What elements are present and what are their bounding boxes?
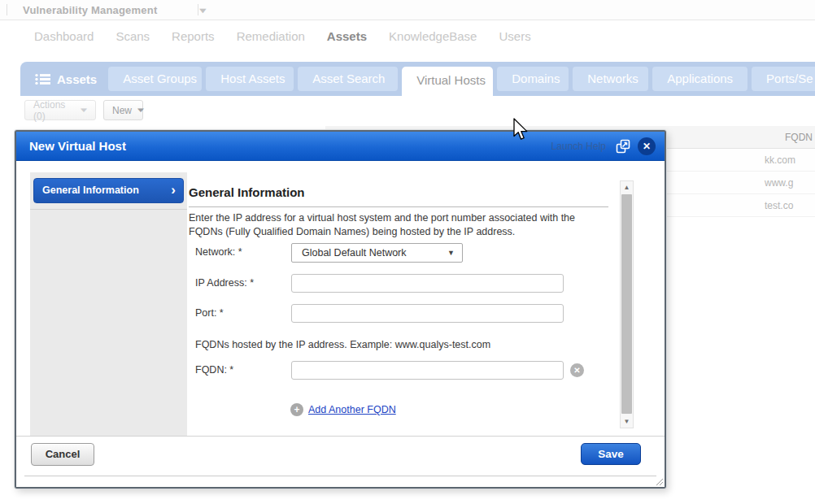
nav-item-users[interactable]: Users <box>499 29 530 43</box>
resize-grip[interactable] <box>656 479 663 485</box>
actions-label: Actions (0) <box>33 99 75 122</box>
nav-item-scans[interactable]: Scans <box>115 29 150 43</box>
dialog-title: New Virtual Host <box>29 139 126 153</box>
divider <box>7 4 7 15</box>
new-button[interactable]: New ▼ <box>103 100 143 120</box>
close-icon: ✕ <box>643 141 651 152</box>
remove-fqdn-button[interactable]: ✕ <box>570 363 584 377</box>
new-virtual-host-dialog: New Virtual Host Launch Help ✕ General I… <box>15 130 666 489</box>
tab-domains[interactable]: Domains <box>497 67 569 91</box>
tab-strip: Assets Asset Groups Host Assets Asset Se… <box>20 62 815 96</box>
divider <box>30 209 187 210</box>
dialog-sidebar: General Information › <box>30 172 187 436</box>
tab-host-assets[interactable]: Host Assets <box>206 67 294 91</box>
section-description: Enter the IP address for a virtual host … <box>189 211 608 239</box>
fqdn-note: FQDNs hosted by the IP address. Example:… <box>195 339 490 350</box>
divider <box>198 4 198 15</box>
add-fqdn-link[interactable]: + Add Another FQDN <box>290 403 396 416</box>
dialog-header: New Virtual Host Launch Help ✕ <box>16 132 665 161</box>
scroll-down-icon[interactable]: ▼ <box>621 418 633 425</box>
fqdn-input[interactable] <box>291 361 564 380</box>
scrollbar-thumb[interactable] <box>621 194 632 414</box>
network-select-value: Global Default Network <box>302 247 407 259</box>
sidebar-item-general-information[interactable]: General Information › <box>33 178 184 203</box>
chevron-right-icon: › <box>171 178 176 202</box>
cancel-button[interactable]: Cancel <box>31 443 94 466</box>
section-heading: General Information <box>189 185 608 207</box>
tab-asset-search[interactable]: Asset Search <box>298 67 398 91</box>
nav-item-knowledgebase[interactable]: KnowledgeBase <box>389 29 477 43</box>
save-button[interactable]: Save <box>581 443 641 465</box>
port-input[interactable] <box>291 304 564 323</box>
add-icon: + <box>290 403 303 416</box>
dialog-footer: Cancel Save <box>16 437 665 487</box>
tab-virtual-hosts[interactable]: Virtual Hosts <box>402 67 493 96</box>
dialog-body: General Information › General Informatio… <box>16 161 665 437</box>
main-nav: Dashboard Scans Reports Remediation Asse… <box>0 20 815 51</box>
scrollbar[interactable]: ▲ ▼ <box>620 180 634 428</box>
fqdn-cell: kk.com <box>765 154 795 166</box>
ip-address-label: IP Address: * <box>195 277 254 289</box>
ip-address-input[interactable] <box>291 274 564 293</box>
nav-item-assets[interactable]: Assets <box>327 29 367 43</box>
select-arrow-icon: ▼ <box>447 244 455 262</box>
port-label: Port: * <box>195 307 224 319</box>
fqdn-cell: www.g <box>765 177 793 189</box>
network-label: Network: * <box>195 246 242 258</box>
tab-asset-groups[interactable]: Asset Groups <box>108 67 202 91</box>
tab-ports-services[interactable]: Ports/Se <box>752 67 815 91</box>
popout-icon[interactable] <box>616 139 630 154</box>
module-label: Vulnerability Management <box>23 4 157 16</box>
close-button[interactable]: ✕ <box>638 137 656 155</box>
chevron-down-icon: ▼ <box>135 106 146 114</box>
remove-icon: ✕ <box>573 366 580 375</box>
list-icon <box>35 73 50 85</box>
column-header-fqdn: FQDN <box>785 132 813 143</box>
nav-item-remediation[interactable]: Remediation <box>237 29 305 43</box>
tab-networks[interactable]: Networks <box>573 67 648 91</box>
add-fqdn-label: Add Another FQDN <box>308 404 396 415</box>
chevron-down-icon: ▼ <box>78 106 89 114</box>
divider <box>24 476 656 476</box>
actions-button[interactable]: Actions (0) ▼ <box>24 100 96 120</box>
top-bar: Vulnerability Management ▼ <box>0 0 815 20</box>
new-label: New <box>112 105 132 116</box>
scroll-up-icon[interactable]: ▲ <box>621 184 633 191</box>
network-select[interactable]: Global Default Network ▼ <box>291 243 463 263</box>
tab-applications[interactable]: Applications <box>652 67 747 91</box>
module-switcher[interactable]: Vulnerability Management ▼ <box>11 0 218 20</box>
fqdn-label: FQDN: * <box>195 364 233 376</box>
fqdn-cell: test.co <box>765 200 793 211</box>
sidebar-item-label: General Information <box>42 185 139 196</box>
chevron-down-icon: ▼ <box>198 7 209 15</box>
tab-assets-main[interactable]: Assets <box>27 67 108 91</box>
tab-label: Assets <box>57 72 97 86</box>
nav-item-reports[interactable]: Reports <box>172 29 215 43</box>
launch-help-link[interactable]: Launch Help <box>551 141 606 152</box>
nav-item-dashboard[interactable]: Dashboard <box>34 29 94 43</box>
